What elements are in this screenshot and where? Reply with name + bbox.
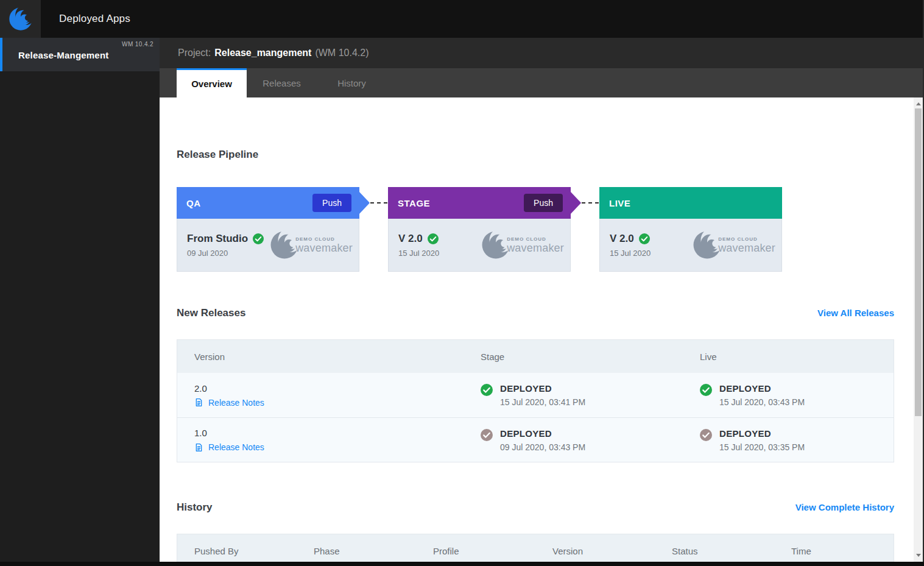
demo-cloud-logo: DEMO CLOUD wavemaker <box>270 230 353 260</box>
scrollbar-thumb[interactable] <box>915 108 922 416</box>
history-heading: History <box>177 501 213 514</box>
table-row: 2.0 Release Notes DEPLOYED 15 Jul 2020, … <box>177 373 894 417</box>
stage-time: 15 Jul 2020, 03:41 PM <box>500 397 585 407</box>
demo-cloud-label: DEMO CLOUD <box>718 237 775 242</box>
tab-strip: Overview Releases History <box>160 68 924 97</box>
app-title: Deployed Apps <box>59 0 130 38</box>
project-label: Project: <box>178 48 211 58</box>
column-version: Version <box>535 546 655 556</box>
top-bar: Deployed Apps <box>0 0 924 38</box>
column-version: Version <box>177 352 464 362</box>
stage-arrow-icon <box>571 192 581 214</box>
qa-card-body: From Studio 09 Jul 2020 DEMO CLOUD wavem… <box>177 219 359 272</box>
release-pipeline: QA Push From Studio 09 Jul 2020 <box>177 187 894 272</box>
column-status: Status <box>655 546 774 556</box>
stage-push-button[interactable]: Push <box>524 194 563 212</box>
column-stage: Stage <box>464 352 683 362</box>
column-pushed-by: Pushed By <box>177 546 297 556</box>
live-time: 15 Jul 2020, 03:35 PM <box>719 442 805 452</box>
vertical-scrollbar[interactable] <box>914 97 923 566</box>
column-profile: Profile <box>416 546 535 556</box>
new-releases-table: Version Stage Live 2.0 Release Notes DEP… <box>177 339 894 462</box>
wavemaker-wave-icon <box>693 230 722 260</box>
live-version: V 2.0 <box>610 233 634 245</box>
stage-card-body: V 2.0 15 Jul 2020 DEMO CLOUD wavemaker <box>388 219 571 272</box>
wavemaker-label: wavemaker <box>718 242 775 253</box>
wavemaker-wave-icon <box>481 230 510 260</box>
qa-date: 09 Jul 2020 <box>187 249 264 258</box>
live-card-body: V 2.0 15 Jul 2020 DEMO CLOUD wavemaker <box>599 219 782 272</box>
column-time: Time <box>774 546 894 556</box>
window-bottom-bar <box>0 562 924 566</box>
stage-live-connector <box>582 202 599 203</box>
view-all-releases-link[interactable]: View All Releases <box>817 308 894 318</box>
document-icon <box>194 398 203 407</box>
view-complete-history-link[interactable]: View Complete History <box>795 502 894 512</box>
live-date: 15 Jul 2020 <box>610 249 651 258</box>
sidebar-item-version: WM 10.4.2 <box>122 41 153 48</box>
qa-push-button[interactable]: Push <box>312 194 351 212</box>
sidebar-item-label: Release-Mangement <box>18 50 108 60</box>
sidebar-item-release-mangement[interactable]: WM 10.4.2 Release-Mangement <box>0 38 160 71</box>
qa-stage-name: QA <box>186 198 201 208</box>
live-success-check-icon <box>639 233 650 244</box>
qa-version: From Studio <box>187 233 248 245</box>
stage-status: DEPLOYED <box>500 383 585 394</box>
live-time: 15 Jul 2020, 03:43 PM <box>719 397 805 407</box>
stage-version: V 2.0 <box>398 233 423 245</box>
scroll-up-arrow-icon[interactable] <box>914 99 923 108</box>
tab-releases[interactable]: Releases <box>247 68 317 97</box>
wavemaker-label: wavemaker <box>507 242 564 253</box>
new-releases-heading: New Releases <box>177 307 245 319</box>
qa-success-check-icon <box>253 233 264 244</box>
deployed-check-icon <box>481 384 493 396</box>
qa-arrow-icon <box>359 192 370 214</box>
release-notes-link[interactable]: Release Notes <box>194 398 464 408</box>
column-live: Live <box>683 352 894 362</box>
pipeline-card-live: LIVE V 2.0 15 Jul 2020 DEMO CLOUD <box>599 187 782 272</box>
wavemaker-logo[interactable] <box>0 0 41 38</box>
demo-cloud-logo: DEMO CLOUD wavemaker <box>481 230 564 260</box>
scroll-down-arrow-icon[interactable] <box>914 550 923 560</box>
tab-overview[interactable]: Overview <box>177 68 247 97</box>
qa-stage-connector <box>370 202 387 203</box>
previous-deploy-check-icon <box>481 429 493 441</box>
qa-card-header: QA Push <box>177 187 359 219</box>
tab-history[interactable]: History <box>317 68 387 97</box>
stage-card-header: STAGE Push <box>388 187 571 219</box>
live-status: DEPLOYED <box>719 428 805 439</box>
release-notes-link[interactable]: Release Notes <box>194 442 464 452</box>
pipeline-card-stage: STAGE Push V 2.0 15 Jul 2020 <box>388 187 571 272</box>
demo-cloud-label: DEMO CLOUD <box>507 237 564 242</box>
deployed-check-icon <box>700 384 712 396</box>
live-card-header: LIVE <box>599 187 782 219</box>
row-version: 2.0 <box>194 383 464 394</box>
table-row: 1.0 Release Notes DEPLOYED 09 Jul 2020, … <box>177 417 894 462</box>
release-pipeline-heading: Release Pipeline <box>177 149 894 161</box>
overview-panel: Release Pipeline QA Push From Studio <box>160 97 914 566</box>
project-sidebar: WM 10.4.2 Release-Mangement <box>0 38 160 566</box>
project-bar: Project: Release_mangement (WM 10.4.2) <box>160 38 924 68</box>
demo-cloud-label: DEMO CLOUD <box>295 237 353 242</box>
previous-deploy-check-icon <box>700 429 712 441</box>
stage-status: DEPLOYED <box>500 428 585 439</box>
pipeline-card-qa: QA Push From Studio 09 Jul 2020 <box>177 187 359 272</box>
demo-cloud-logo: DEMO CLOUD wavemaker <box>693 230 775 260</box>
row-version: 1.0 <box>194 428 464 438</box>
deployed-apps-window: Deployed Apps WM 10.4.2 Release-Mangemen… <box>0 0 924 566</box>
live-stage-name: LIVE <box>609 198 630 208</box>
wavemaker-wave-icon <box>270 230 299 260</box>
stage-date: 15 Jul 2020 <box>398 249 439 258</box>
wavemaker-label: wavemaker <box>295 242 353 253</box>
live-status: DEPLOYED <box>719 383 805 394</box>
stage-time: 09 Jul 2020, 03:43 PM <box>500 442 585 452</box>
document-icon <box>194 443 203 452</box>
stage-success-check-icon <box>428 233 439 244</box>
stage-stage-name: STAGE <box>398 198 430 208</box>
new-releases-table-header: Version Stage Live <box>177 340 894 373</box>
project-version: (WM 10.4.2) <box>315 48 369 58</box>
project-name: Release_mangement <box>214 48 311 58</box>
column-phase: Phase <box>297 546 416 556</box>
wavemaker-wave-icon <box>9 7 33 31</box>
